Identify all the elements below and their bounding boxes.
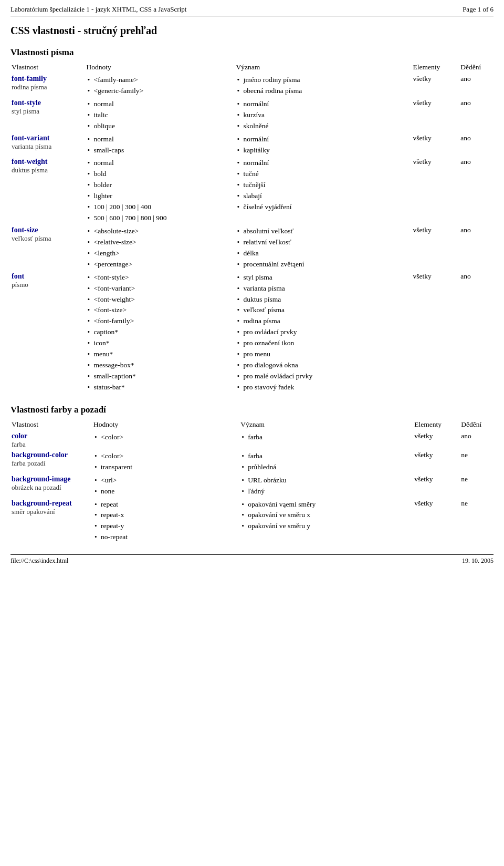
list-item: <color> (93, 432, 236, 443)
prop-name: color (12, 432, 27, 440)
hodnoty-cell: <absolute-size><relative-size><length><p… (86, 225, 235, 271)
list-item: <family-name> (87, 75, 232, 86)
list-item: <font-size> (87, 305, 232, 316)
list-item: <font-style> (87, 272, 232, 283)
hodnoty-cell: <color> (92, 431, 239, 450)
table-row: font-variantvarianta písmanormalsmall-ca… (10, 133, 494, 157)
table-row: background-colorfarba pozadí<color>trans… (10, 450, 494, 474)
elementy-cell: všetky (412, 271, 459, 394)
prop-name: background-color (12, 451, 68, 459)
list-item: veľkosť písma (236, 305, 409, 316)
list-item: message-box* (87, 360, 232, 371)
list-item: bold (87, 169, 232, 180)
list-item: URL obrázku (240, 475, 410, 486)
list-item: repeat-x (93, 510, 236, 521)
footer-left: file://C:\css\index.html (10, 557, 68, 565)
list-item: <relative-size> (87, 237, 232, 248)
hodnoty-cell: <family-name><generic-family> (86, 74, 235, 98)
list-item: opakování ve směru x (240, 510, 410, 521)
col-vyznam-header: Význam (235, 62, 412, 74)
list-item: styl písma (236, 272, 409, 283)
elementy-cell: všetky (412, 225, 459, 271)
elementy-cell: všetky (412, 133, 459, 157)
vyznam-cell: farba (239, 431, 413, 450)
prop-name: font-family (12, 75, 47, 83)
list-item: repeat-y (93, 521, 236, 532)
list-item: small-caption* (87, 371, 232, 382)
main-title: CSS vlastnosti - stručný prehľad (10, 25, 494, 37)
elementy-cell: všetky (413, 498, 460, 544)
prop-desc: směr opakování (12, 508, 89, 516)
list-item: <font-variant> (87, 283, 232, 294)
prop-name: background-repeat (12, 499, 72, 507)
vyznam-cell: opakování vąemi směryopakování ve směru … (239, 498, 413, 544)
vyznam-cell: farbaprůhledná (239, 450, 413, 474)
hodnoty-cell: repeatrepeat-xrepeat-yno-repeat (92, 498, 239, 544)
list-item: repeat (93, 499, 236, 510)
vyznam-cell: styl písmavarianta písmaduktus písmaveľk… (235, 271, 412, 394)
list-item: normální (236, 134, 409, 145)
table-row: background-imageobrázek na pozadí<url>no… (10, 474, 494, 498)
list-item: <length> (87, 248, 232, 259)
list-item: <color> (93, 451, 236, 462)
vyznam-cell: URL obrázkuľádný (239, 474, 413, 498)
list-item: <generic-family> (87, 86, 232, 97)
list-item: skolněné (236, 121, 409, 132)
list-item: normal (87, 99, 232, 110)
list-item: relativní veľkosť (236, 237, 409, 248)
elementy-cell: všetky (412, 74, 459, 98)
elementy-cell: všetky (413, 450, 460, 474)
list-item: ľádný (240, 486, 410, 497)
list-item: status-bar* (87, 382, 232, 393)
list-item: duktus písma (236, 294, 409, 305)
prop-name: font-variant (12, 134, 49, 142)
dedeni-cell: ano (459, 271, 494, 394)
dedeni-cell: ano (459, 133, 494, 157)
footer-right: 19. 10. 2005 (462, 557, 494, 565)
col2-vyznam-header: Význam (239, 419, 413, 431)
list-item: 100 | 200 | 300 | 400 (87, 202, 232, 213)
page-footer: file://C:\css\index.html 19. 10. 2005 (10, 554, 494, 565)
list-item: transparent (93, 462, 236, 473)
vyznam-cell: normálníkurzívaskolněné (235, 98, 412, 133)
header-left: Laboratórium špecializácie 1 - jazyk XHT… (10, 5, 186, 14)
list-item: tučnější (236, 180, 409, 191)
table-row: background-repeatsměr opakovánírepeatrep… (10, 498, 494, 544)
prop-desc: veľkosť písma (12, 234, 82, 243)
dedeni-cell: ne (460, 498, 494, 544)
elementy-cell: všetky (413, 474, 460, 498)
list-item: oblique (87, 121, 232, 132)
list-item: tučné (236, 169, 409, 180)
dedeni-cell: ano (459, 74, 494, 98)
list-item: opakování ve směru y (240, 521, 410, 532)
col-vlastnost-header: Vlastnost (10, 62, 86, 74)
dedeni-cell: ano (460, 431, 494, 450)
list-item: normal (87, 158, 232, 169)
dedeni-cell: ano (459, 98, 494, 133)
prop-desc: duktus písma (12, 166, 82, 174)
dedeni-cell: ne (460, 450, 494, 474)
hodnoty-cell: <font-style><font-variant><font-weight><… (86, 271, 235, 394)
list-item: rodina písma (236, 316, 409, 327)
list-item: bolder (87, 180, 232, 191)
section2-heading: Vlastnosti farby a pozadí (10, 405, 494, 415)
section1-table: Vlastnost Hodnoty Význam Elementy Dědění… (10, 62, 494, 394)
col2-hodnoty-header: Hodnoty (92, 419, 239, 431)
table-row: font-sizeveľkosť písma<absolute-size><re… (10, 225, 494, 271)
table-row: font-familyrodina písma<family-name><gen… (10, 74, 494, 98)
elementy-cell: všetky (412, 98, 459, 133)
page-header: Laboratórium špecializácie 1 - jazyk XHT… (10, 5, 494, 16)
vyznam-cell: jméno rodiny písmaobecná rodina písma (235, 74, 412, 98)
vyznam-cell: absolutní veľkosťrelativní veľkosťdélkap… (235, 225, 412, 271)
prop-desc: varianta písma (12, 142, 82, 151)
list-item: kurzíva (236, 110, 409, 121)
list-item: lighter (87, 191, 232, 202)
elementy-cell: všetky (412, 157, 459, 225)
prop-name: font-size (12, 226, 38, 234)
list-item: pro malé ovládací prvky (236, 371, 409, 382)
dedeni-cell: ano (459, 225, 494, 271)
list-item: průhledná (240, 462, 410, 473)
hodnoty-cell: normalitalicoblique (86, 98, 235, 133)
col-hodnoty-header: Hodnoty (86, 62, 235, 74)
col-elementy-header: Elementy (412, 62, 459, 74)
